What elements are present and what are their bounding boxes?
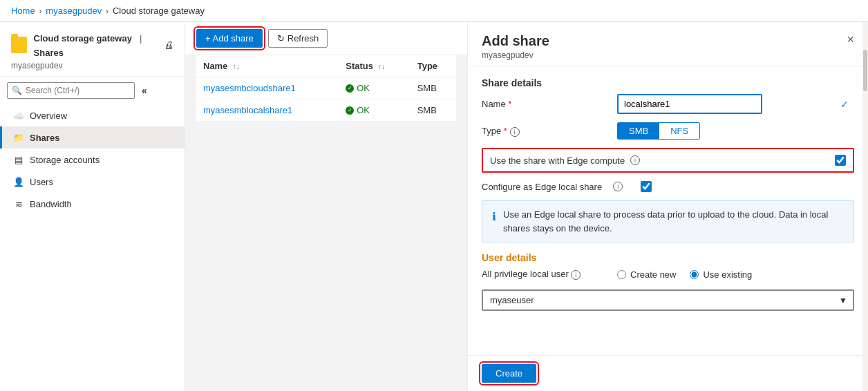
cloud-icon: ☁️ bbox=[13, 110, 24, 121]
page-subtitle: myasegpudev bbox=[11, 61, 173, 70]
radio-group: Create new Use existing bbox=[617, 269, 752, 280]
refresh-label: Refresh bbox=[287, 33, 319, 44]
type-toggle: SMB NFS bbox=[617, 122, 700, 140]
panel-footer: Create bbox=[468, 355, 868, 391]
share-details-title: Share details bbox=[482, 77, 854, 88]
privilege-label: All privilege local user i bbox=[482, 269, 606, 280]
name-required: * bbox=[508, 99, 511, 109]
user-dropdown-wrap: myaseuser ▼ bbox=[482, 289, 854, 311]
edge-compute-label: Use the share with Edge compute bbox=[490, 155, 625, 166]
share-details-section: Share details Name * ✓ Type bbox=[482, 77, 854, 242]
main-layout: Cloud storage gateway | Shares 🖨 myasegp… bbox=[0, 22, 868, 391]
configure-edge-checkbox[interactable] bbox=[641, 181, 652, 192]
create-button[interactable]: Create bbox=[482, 364, 536, 383]
use-existing-label[interactable]: Use existing bbox=[690, 269, 752, 280]
type-required: * bbox=[504, 126, 507, 136]
sort-arrows-name: ↑↓ bbox=[233, 63, 240, 70]
shares-table: Name ↑↓ Status ↑↓ Type myasesmbclouds bbox=[196, 55, 456, 122]
info-box-text: Use an Edge local share to process data … bbox=[503, 208, 844, 235]
sidebar-label-shares: Shares bbox=[30, 133, 59, 143]
folder-icon bbox=[11, 37, 27, 53]
print-button[interactable]: 🖨 bbox=[164, 39, 173, 50]
sidebar-label-bandwidth: Bandwidth bbox=[30, 199, 72, 209]
panel-header: Add share myasegpudev × bbox=[468, 22, 868, 66]
user-dropdown[interactable]: myaseuser bbox=[482, 289, 854, 311]
name-check-icon: ✓ bbox=[840, 99, 849, 110]
shares-folder-icon: 📁 bbox=[13, 132, 24, 143]
privilege-info-icon[interactable]: i bbox=[571, 270, 581, 280]
search-box: 🔍 « bbox=[0, 77, 185, 104]
info-box-icon: ℹ bbox=[492, 209, 496, 235]
cell-name: myasesmbcloudshare1 bbox=[196, 77, 339, 99]
info-box: ℹ Use an Edge local share to process dat… bbox=[482, 200, 854, 242]
type-label: Type * i bbox=[482, 126, 606, 137]
sidebar-label-overview: Overview bbox=[30, 111, 67, 121]
type-info-icon[interactable]: i bbox=[510, 127, 520, 137]
breadcrumb-device[interactable]: myasegpudev bbox=[46, 6, 102, 16]
cell-type: SMB bbox=[411, 99, 456, 122]
table-row[interactable]: myasesmbcloudshare1 OK SMB bbox=[196, 77, 456, 99]
panel-title: Add share bbox=[482, 33, 549, 49]
breadcrumb-current: Cloud storage gateway bbox=[113, 6, 205, 16]
cell-name: myasesmblocalshare1 bbox=[196, 99, 339, 122]
collapse-button[interactable]: « bbox=[142, 85, 147, 96]
type-nfs-button[interactable]: NFS bbox=[659, 123, 699, 139]
add-share-button[interactable]: + Add share bbox=[196, 29, 263, 48]
cell-type: SMB bbox=[411, 77, 456, 99]
edge-compute-info-icon[interactable]: i bbox=[630, 155, 640, 165]
scrollbar-thumb bbox=[863, 50, 867, 91]
breadcrumb-sep2: › bbox=[106, 7, 108, 15]
user-icon: 👤 bbox=[13, 176, 24, 187]
configure-edge-label: Configure as Edge local share bbox=[482, 182, 602, 192]
edge-compute-checkbox[interactable] bbox=[835, 155, 846, 166]
cell-status: OK bbox=[339, 77, 410, 99]
col-status[interactable]: Status ↑↓ bbox=[339, 55, 410, 77]
page-header: Cloud storage gateway | Shares 🖨 myasegp… bbox=[0, 22, 185, 77]
content-area: + Add share ↻ Refresh Name ↑↓ Status bbox=[185, 22, 467, 391]
refresh-button[interactable]: ↻ Refresh bbox=[268, 29, 328, 48]
create-new-label[interactable]: Create new bbox=[617, 269, 676, 280]
type-row: Type * i SMB NFS bbox=[482, 122, 854, 140]
sidebar-label-storage: Storage accounts bbox=[30, 155, 100, 165]
scrollbar-track[interactable] bbox=[862, 22, 868, 391]
table-container: Name ↑↓ Status ↑↓ Type myasesmbclouds bbox=[185, 55, 467, 391]
refresh-icon: ↻ bbox=[277, 33, 285, 44]
search-icon: 🔍 bbox=[12, 86, 22, 95]
configure-edge-info-icon[interactable]: i bbox=[613, 182, 623, 191]
name-input-wrap: ✓ bbox=[617, 94, 854, 114]
close-button[interactable]: × bbox=[847, 33, 854, 46]
create-new-radio[interactable] bbox=[617, 270, 626, 279]
table-row[interactable]: myasesmblocalshare1 OK SMB bbox=[196, 99, 456, 122]
side-panel: Add share myasegpudev × Share details Na… bbox=[467, 22, 868, 391]
breadcrumb-sep1: › bbox=[39, 7, 42, 15]
name-row: Name * ✓ bbox=[482, 94, 854, 114]
bandwidth-icon: ≋ bbox=[13, 198, 24, 209]
toolbar: + Add share ↻ Refresh bbox=[185, 22, 467, 55]
user-details-title: User details bbox=[482, 252, 854, 263]
use-existing-radio[interactable] bbox=[690, 270, 699, 279]
privilege-row: All privilege local user i Create new Us… bbox=[482, 269, 854, 280]
breadcrumb-home[interactable]: Home bbox=[11, 6, 35, 16]
sidebar: Cloud storage gateway | Shares 🖨 myasegp… bbox=[0, 22, 185, 391]
edge-compute-row: Use the share with Edge compute i bbox=[482, 148, 854, 173]
sidebar-item-bandwidth[interactable]: ≋ Bandwidth bbox=[0, 193, 185, 215]
col-name[interactable]: Name ↑↓ bbox=[196, 55, 339, 77]
sidebar-item-users[interactable]: 👤 Users bbox=[0, 171, 185, 193]
name-label: Name * bbox=[482, 99, 606, 109]
col-type[interactable]: Type bbox=[411, 55, 456, 77]
page-title: Cloud storage gateway | Shares bbox=[34, 30, 147, 59]
panel-subtitle: myasegpudev bbox=[482, 50, 549, 60]
sort-arrows-status: ↑↓ bbox=[378, 63, 385, 70]
type-smb-button[interactable]: SMB bbox=[618, 123, 659, 139]
sidebar-item-storage-accounts[interactable]: ▤ Storage accounts bbox=[0, 149, 185, 171]
cell-status: OK bbox=[339, 99, 410, 122]
configure-edge-row: Configure as Edge local share i bbox=[482, 181, 854, 192]
name-input[interactable] bbox=[617, 94, 762, 114]
title-divider: | bbox=[140, 33, 142, 44]
search-input[interactable] bbox=[7, 82, 135, 99]
storage-icon: ▤ bbox=[13, 154, 24, 165]
sidebar-nav: ☁️ Overview 📁 Shares ▤ Storage accounts … bbox=[0, 104, 185, 215]
sidebar-item-shares[interactable]: 📁 Shares bbox=[0, 126, 185, 149]
sidebar-item-overview[interactable]: ☁️ Overview bbox=[0, 104, 185, 126]
sidebar-label-users: Users bbox=[30, 177, 53, 187]
